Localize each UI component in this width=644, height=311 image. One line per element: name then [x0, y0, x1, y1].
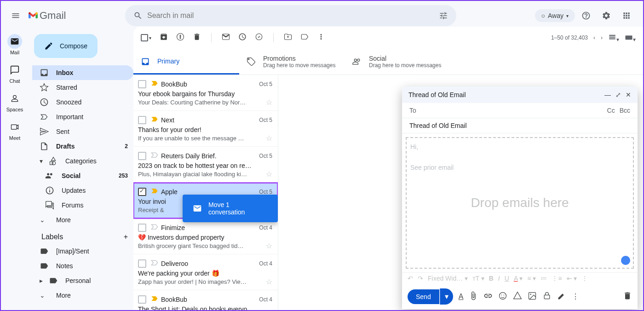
more-options-button[interactable]: ⋮	[572, 292, 579, 301]
nav-social[interactable]: Social253	[32, 168, 133, 183]
nav-important[interactable]: Important	[32, 109, 133, 124]
indent-button[interactable]: ⇤ ▾	[567, 275, 577, 282]
row-checkbox[interactable]	[138, 295, 146, 304]
fullscreen-button[interactable]: ⤢	[615, 91, 621, 98]
message-row[interactable]: FinimizeOct 4💔 Investors dumped property…	[133, 219, 278, 254]
italic-button[interactable]: I	[498, 275, 500, 282]
add-task-button[interactable]	[255, 33, 263, 43]
search-icon[interactable]	[129, 6, 147, 25]
spam-button[interactable]	[176, 33, 184, 43]
search-options-button[interactable]	[434, 6, 453, 25]
important-marker-icon[interactable]	[150, 150, 157, 161]
link-button[interactable]	[483, 291, 493, 302]
message-row[interactable]: Reuters Daily Brief.Oct 52023 on track t…	[133, 147, 278, 183]
message-row[interactable]: DeliverooOct 4We're packing your order 🎁…	[133, 254, 278, 290]
nav-categories[interactable]: ▾Categories	[32, 154, 133, 168]
labels-button[interactable]	[300, 33, 309, 43]
star-button[interactable]: ☆	[266, 170, 272, 179]
underline-button[interactable]: U	[505, 275, 509, 282]
message-row[interactable]: NextOct 5Thanks for your order!If you ar…	[133, 111, 278, 147]
important-marker-icon[interactable]	[150, 186, 157, 197]
grammarly-badge-icon[interactable]	[621, 256, 630, 265]
mark-unread-button[interactable]	[222, 33, 230, 43]
row-checkbox[interactable]	[138, 224, 146, 232]
send-options-button[interactable]: ▾	[440, 288, 453, 305]
important-marker-icon[interactable]	[150, 258, 157, 269]
compose-to-row[interactable]: To Cc Bcc	[402, 103, 638, 118]
numbered-list-button[interactable]: ≔	[540, 275, 547, 282]
add-label-button[interactable]: +	[124, 233, 128, 241]
font-size-button[interactable]: тT ▾	[472, 275, 484, 282]
next-page-button[interactable]: ›	[601, 35, 603, 41]
row-checkbox[interactable]	[138, 152, 146, 160]
search-input[interactable]	[147, 12, 434, 20]
format-toggle-button[interactable]: A	[459, 293, 464, 301]
more-button[interactable]	[317, 33, 325, 43]
format-more-button[interactable]: ⋮	[581, 275, 588, 282]
row-checkbox[interactable]	[138, 116, 146, 124]
signature-button[interactable]	[557, 291, 566, 302]
align-button[interactable]: ≡ ▾	[527, 275, 536, 282]
compose-button[interactable]: Compose	[34, 34, 98, 58]
send-button[interactable]: Send	[408, 289, 439, 304]
delete-button[interactable]	[193, 33, 201, 43]
close-button[interactable]: ✕	[626, 91, 631, 98]
star-button[interactable]: ☆	[266, 277, 272, 286]
rail-chat[interactable]: Chat	[7, 63, 22, 84]
tab-promotions[interactable]: PromotionsDrag here to move messages	[239, 49, 345, 75]
message-row[interactable]: BookBubOct 5Your ebook bargains for Thur…	[133, 75, 278, 111]
gmail-logo[interactable]: Gmail	[29, 8, 116, 23]
label-notes[interactable]: Notes	[32, 259, 133, 273]
rail-spaces[interactable]: Spaces	[6, 91, 23, 112]
drive-button[interactable]	[513, 291, 522, 302]
apps-button[interactable]	[617, 6, 636, 25]
label-imap-sent[interactable]: [Imap]/Sent	[32, 244, 133, 259]
bullet-list-button[interactable]: ⋮≡	[552, 275, 562, 282]
minimize-button[interactable]: —	[604, 91, 611, 98]
compose-header[interactable]: Thread of Old Email — ⤢ ✕	[402, 86, 638, 103]
rail-meet[interactable]: Meet	[7, 120, 22, 141]
tab-primary[interactable]: Primary	[133, 49, 239, 75]
emoji-button[interactable]	[498, 291, 507, 302]
confidential-button[interactable]	[542, 291, 552, 302]
star-button[interactable]: ☆	[266, 134, 272, 143]
select-all-checkbox[interactable]: ▾	[141, 34, 151, 41]
nav-starred[interactable]: Starred	[32, 80, 133, 95]
row-checkbox[interactable]	[138, 259, 146, 268]
bold-button[interactable]: B	[489, 275, 494, 282]
snooze-button[interactable]	[238, 33, 247, 43]
star-button[interactable]: ☆	[266, 98, 272, 107]
compose-subject[interactable]: Thread of Old Email	[402, 118, 638, 133]
move-button[interactable]	[284, 33, 292, 43]
bcc-button[interactable]: Bcc	[620, 107, 630, 114]
undo-button[interactable]: ↶	[408, 275, 413, 282]
important-marker-icon[interactable]	[150, 115, 157, 125]
text-color-button[interactable]: A ▾	[514, 275, 523, 282]
split-pane-button[interactable]: ▾	[608, 33, 619, 43]
input-tools-button[interactable]: ▾	[625, 33, 636, 43]
settings-button[interactable]	[597, 6, 615, 25]
nav-sent[interactable]: Sent	[32, 124, 133, 139]
compose-body-dropzone[interactable]: Hi, See prior email Drop emails here	[406, 137, 634, 269]
nav-updates[interactable]: Updates	[32, 183, 133, 198]
support-button[interactable]	[577, 6, 595, 25]
discard-button[interactable]	[623, 291, 632, 302]
nav-inbox[interactable]: Inbox	[32, 65, 133, 80]
star-button[interactable]: ☆	[266, 242, 272, 250]
archive-button[interactable]	[160, 33, 168, 43]
main-menu-button[interactable]	[5, 5, 27, 27]
image-button[interactable]	[528, 291, 537, 302]
nav-drafts[interactable]: Drafts2	[32, 139, 133, 154]
rail-mail[interactable]: Mail	[7, 34, 22, 55]
attach-button[interactable]	[469, 291, 478, 302]
message-row[interactable]: BookBubOct 4The Short List: Deals on boo…	[133, 290, 278, 310]
prev-page-button[interactable]: ‹	[593, 35, 595, 41]
important-marker-icon[interactable]	[150, 79, 157, 89]
important-marker-icon[interactable]	[150, 222, 157, 233]
nav-forums[interactable]: Forums	[32, 198, 133, 213]
font-select[interactable]: Fixed Wid… ▾	[428, 275, 468, 282]
nav-snoozed[interactable]: Snoozed	[32, 95, 133, 109]
label-more[interactable]: ⌄More	[32, 288, 133, 303]
redo-button[interactable]: ↷	[418, 275, 423, 282]
cc-button[interactable]: Cc	[607, 107, 615, 114]
